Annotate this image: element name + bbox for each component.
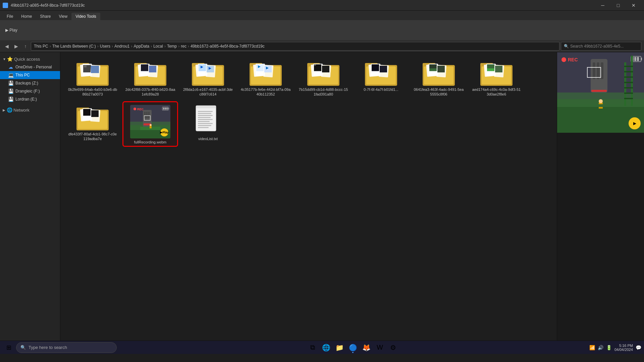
maximize-button[interactable]: □ [610, 0, 626, 11]
lordran-icon [8, 97, 13, 102]
onedrive-icon [8, 64, 13, 70]
taskbar-search-box[interactable]: 🔍 Type here to search [16, 342, 117, 353]
svg-rect-116 [198, 117, 211, 118]
folder-label-1: 0b2fe699-64ab-4a50-b3e6-db86b27a0073 [67, 87, 118, 97]
folder-item-8[interactable]: aed174a4-c69c-4c0a-9df3-513d0ae2f8e6 [470, 58, 523, 98]
svg-rect-145 [624, 76, 633, 78]
svg-rect-113 [198, 111, 213, 112]
svg-point-130 [561, 57, 566, 62]
sidebar: ▼ Quick access OneDrive - Personal This … [0, 52, 60, 354]
svg-rect-70 [437, 66, 445, 72]
clock[interactable]: 5:16 PM 04/04/2024 [614, 344, 633, 352]
folder-label-4: 4c35177b-fe6e-442d-bf7a-09a40b112352 [240, 87, 291, 97]
breadcrumb-temp[interactable]: Temp [167, 44, 177, 49]
folder-item-4[interactable]: 4c35177b-fe6e-442d-bf7a-09a40b112352 [239, 58, 292, 98]
svg-rect-104 [166, 108, 168, 110]
taskbar-edge[interactable]: 🌐 [320, 342, 332, 354]
svg-rect-136 [641, 58, 642, 60]
svg-rect-8 [91, 66, 99, 73]
breadcrumb-folder[interactable]: 49bb1672-a085-4e5f-8bca-7df8773cd19c [191, 44, 265, 49]
breadcrumb-androu[interactable]: Androu1 [114, 44, 129, 49]
tab-view[interactable]: View [55, 13, 71, 20]
sidebar-item-onedrive[interactable]: OneDrive - Personal [0, 63, 60, 71]
svg-rect-57 [372, 64, 379, 71]
folder-label-5: 7b15dd99-cb1d-4d88-bccc-151fad391a80 [298, 87, 348, 97]
svg-rect-59 [380, 66, 387, 72]
folder-label-7: 0641fea3-463f-4adc-9491-5ea5555c8f06 [414, 87, 464, 97]
up-button[interactable]: ↑ [21, 42, 30, 50]
folder-icon-9 [76, 105, 109, 132]
tab-share[interactable]: Share [36, 13, 55, 20]
folder-icon-1 [76, 60, 109, 87]
folder-icon-7 [422, 60, 455, 87]
folder-icon-3 [191, 60, 225, 87]
tab-video-tools[interactable]: Video Tools [71, 13, 100, 20]
notification-icon[interactable]: 💬 [636, 345, 641, 350]
search-placeholder: Search 49bb1672-a085-4e5... [570, 44, 624, 49]
sidebar-section-network[interactable]: ▶ Network [0, 106, 60, 114]
taskbar-app-6[interactable]: ⚙ [387, 342, 399, 354]
svg-rect-27 [207, 66, 214, 72]
breadcrumb-rec[interactable]: rec [181, 44, 186, 49]
taskbar-task-view[interactable]: ⧉ [307, 342, 319, 354]
forward-button[interactable]: ▶ [12, 42, 20, 50]
player-badge: ▶Play [160, 128, 168, 136]
folder-item-9[interactable]: dfe433f7-80af-4cb1-98c7-c0e119adba7e [66, 102, 119, 146]
svg-rect-102 [163, 108, 164, 110]
tab-file[interactable]: File [3, 13, 17, 20]
start-button[interactable]: ⊞ [3, 342, 15, 354]
ribbon: File Home Share View Video Tools ▶ Play [0, 11, 644, 40]
breadcrumb-local[interactable]: Local [153, 44, 163, 49]
taskbar-firefox[interactable]: 🦊 [360, 342, 372, 354]
minimize-button[interactable]: ─ [595, 0, 610, 11]
tab-home[interactable]: Home [17, 13, 36, 20]
breadcrumb-thispc[interactable]: This PC [34, 44, 48, 49]
ribbon-play-button[interactable]: ▶ Play [3, 25, 20, 36]
svg-rect-24 [199, 64, 206, 71]
title-bar-title: 49bb1672-a085-4e5f-8bca-7df8773cd19c [11, 3, 85, 8]
svg-rect-148 [624, 93, 633, 94]
folder-item-7[interactable]: 0641fea3-463f-4adc-9491-5ea5555c8f06 [412, 58, 466, 98]
network-label: Network [13, 108, 30, 113]
sidebar-item-backups[interactable]: Backups (Z:) [0, 79, 60, 87]
network-status-icon[interactable]: 📶 [589, 345, 595, 350]
svg-rect-149 [624, 98, 633, 99]
svg-rect-96 [146, 112, 148, 118]
battery-status-icon[interactable]: 🔋 [606, 345, 612, 350]
breadcrumb-appdata[interactable]: AppData [133, 44, 149, 49]
taskbar-file-explorer[interactable]: 📁 [333, 342, 345, 354]
quick-access-label: Quick access [14, 57, 40, 62]
folder-label-2: 2dc42f88-037b-4f40-b620-8aa1efc89a28 [125, 87, 175, 97]
svg-text:REC: REC [137, 108, 144, 111]
folder-item-6[interactable]: 0-7f-6f-4a7f-b01fd1... [354, 58, 408, 98]
network-icon [7, 107, 12, 113]
volume-icon[interactable]: 🔊 [598, 345, 603, 350]
svg-rect-129 [591, 90, 607, 92]
folder-item-2[interactable]: 2dc42f88-037b-4f40-b620-8aa1efc89a28 [123, 58, 177, 98]
preview-player-badge[interactable]: ▶ [629, 117, 641, 129]
close-button[interactable]: ✕ [626, 0, 641, 11]
folder-item-3[interactable]: 2f8da1c6-e167-4035-acbf-3dec86f7c614 [181, 58, 235, 98]
sidebar-section-quick-access[interactable]: ▼ Quick access [0, 55, 60, 63]
file-item-txt[interactable]: videoList.txt [181, 102, 235, 146]
sidebar-item-drangleic[interactable]: Drangleic (F:) [0, 87, 60, 95]
taskbar-word[interactable]: W [374, 342, 386, 354]
breadcrumb-users[interactable]: Users [100, 44, 110, 49]
file-item-recording[interactable]: REC ▶Play [123, 102, 177, 146]
title-bar-left: 49bb1672-a085-4e5f-8bca-7df8773cd19c [3, 3, 85, 8]
breadcrumb-drive[interactable]: The Lands Between (C:) [52, 44, 96, 49]
preview-panel: REC [557, 52, 644, 354]
folder-item-1[interactable]: 0b2fe699-64ab-4a50-b3e6-db86b27a0073 [66, 58, 119, 98]
sidebar-item-thispc[interactable]: This PC [0, 71, 60, 79]
folder-item-5[interactable]: 7b15dd99-cb1d-4d88-bccc-151fad391a80 [297, 58, 350, 98]
address-bar[interactable]: This PC › The Lands Between (C:) › Users… [31, 42, 559, 51]
backups-label: Backups (Z:) [15, 81, 38, 85]
back-button[interactable]: ◀ [3, 42, 11, 50]
search-bar[interactable]: 🔍 Search 49bb1672-a085-4e5... [561, 42, 641, 51]
player-icon: ▶ [633, 121, 636, 126]
svg-rect-126 [593, 62, 595, 79]
sidebar-item-lordran[interactable]: Lordran (E:) [0, 95, 60, 103]
app-icon [3, 3, 8, 8]
taskbar-chrome[interactable]: 🔵 [347, 342, 359, 354]
svg-rect-115 [198, 115, 213, 116]
